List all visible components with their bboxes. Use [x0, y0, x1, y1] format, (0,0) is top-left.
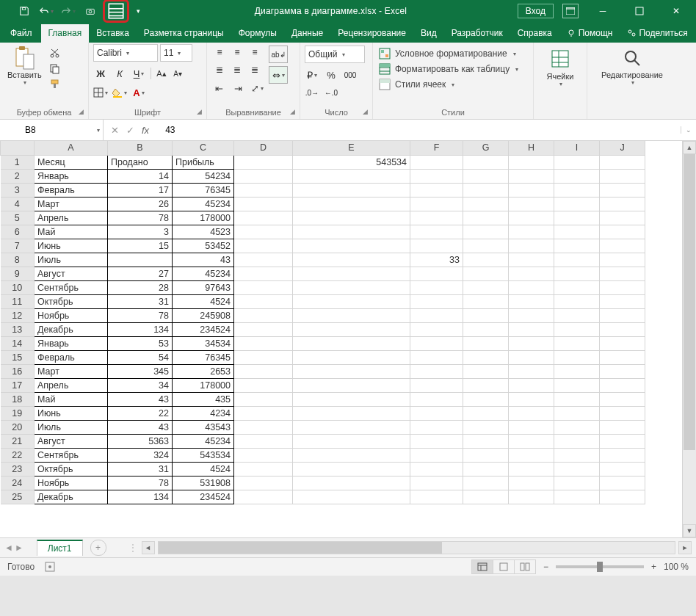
normal-view-icon[interactable]	[472, 560, 493, 573]
align-bottom-icon[interactable]: ≡	[247, 44, 263, 60]
zoom-out-button[interactable]: −	[543, 562, 548, 572]
cell-H13[interactable]	[509, 322, 554, 336]
decrease-decimal-icon[interactable]: ←.0	[324, 85, 338, 100]
cell-B15[interactable]: 54	[108, 350, 173, 364]
qat-customize-icon[interactable]: ▾	[132, 2, 144, 20]
redo-icon[interactable]: ▾	[59, 2, 78, 20]
editing-button[interactable]: Редактирование▾	[592, 44, 673, 106]
cell-E3[interactable]	[293, 183, 410, 197]
cell-G21[interactable]	[463, 434, 509, 448]
row-header-18[interactable]: 18	[1, 392, 35, 406]
cell-I20[interactable]	[554, 420, 600, 434]
row-header-24[interactable]: 24	[1, 476, 35, 490]
cell-B25[interactable]: 134	[108, 490, 173, 504]
align-middle-icon[interactable]: ≡	[229, 44, 245, 60]
cell-D15[interactable]	[234, 350, 293, 364]
cell-A24[interactable]: Ноябрь	[35, 476, 108, 490]
cell-H17[interactable]	[509, 378, 554, 392]
cell-A6[interactable]: Май	[35, 225, 108, 239]
cell-A25[interactable]: Декабрь	[35, 490, 108, 504]
cell-G23[interactable]	[463, 462, 509, 476]
cell-E4[interactable]	[293, 197, 410, 211]
cell-G5[interactable]	[463, 211, 509, 225]
cell-I9[interactable]	[554, 267, 600, 280]
cell-C16[interactable]: 2653	[173, 364, 234, 378]
cell-E13[interactable]	[293, 322, 410, 336]
cell-B5[interactable]: 78	[108, 211, 173, 225]
cell-I23[interactable]	[554, 462, 600, 476]
cell-A9[interactable]: Август	[35, 267, 108, 280]
cell-E6[interactable]	[293, 225, 410, 239]
cell-E25[interactable]	[293, 490, 410, 504]
borders-icon[interactable]: ▾	[93, 85, 108, 100]
cell-E23[interactable]	[293, 462, 410, 476]
wrap-text-icon[interactable]: ab↲	[269, 46, 288, 63]
cell-G16[interactable]	[463, 364, 509, 378]
cell-H5[interactable]	[509, 211, 554, 225]
font-color-icon[interactable]: А▾	[131, 85, 146, 100]
cell-E19[interactable]	[293, 406, 410, 420]
row-header-22[interactable]: 22	[1, 448, 35, 462]
cell-G17[interactable]	[463, 378, 509, 392]
cell-C11[interactable]: 4524	[173, 294, 234, 308]
cell-I14[interactable]	[554, 336, 600, 350]
zoom-level[interactable]: 100 %	[664, 562, 689, 572]
increase-indent-icon[interactable]: ⇥	[231, 81, 245, 95]
expand-formula-bar-icon[interactable]: ⌄	[681, 126, 696, 134]
cell-D9[interactable]	[234, 267, 293, 280]
cell-C9[interactable]: 45234	[173, 267, 234, 280]
cell-F24[interactable]	[410, 476, 463, 490]
close-button[interactable]: ✕	[659, 0, 693, 22]
align-center-icon[interactable]: ≣	[229, 62, 245, 78]
cell-A1[interactable]: Месяц	[35, 155, 108, 169]
cell-B21[interactable]: 5363	[108, 434, 173, 448]
font-size-combo[interactable]: 11▾	[160, 44, 192, 62]
clipboard-dialog-launcher-icon[interactable]: ◢	[76, 107, 85, 116]
cell-A8[interactable]: Июль	[35, 253, 108, 267]
zoom-slider[interactable]	[556, 565, 644, 568]
percent-format-icon[interactable]: %	[324, 68, 338, 82]
cell-H2[interactable]	[509, 169, 554, 183]
cell-D22[interactable]	[234, 448, 293, 462]
comma-format-icon[interactable]: 000	[343, 68, 358, 82]
cell-F14[interactable]	[410, 336, 463, 350]
scroll-down-icon[interactable]: ▼	[683, 524, 696, 537]
name-box[interactable]: ▾	[19, 120, 104, 140]
tab-formulas[interactable]: Формулы	[231, 24, 284, 43]
cell-F6[interactable]	[410, 225, 463, 239]
cell-F9[interactable]	[410, 267, 463, 280]
cell-C21[interactable]: 45234	[173, 434, 234, 448]
cell-J16[interactable]	[600, 364, 645, 378]
cell-G20[interactable]	[463, 420, 509, 434]
row-header-5[interactable]: 5	[1, 211, 35, 225]
cell-G6[interactable]	[463, 225, 509, 239]
cell-F18[interactable]	[410, 392, 463, 406]
cell-C1[interactable]: Прибыль	[173, 155, 234, 169]
italic-icon[interactable]: К	[112, 66, 127, 81]
cell-J2[interactable]	[600, 169, 645, 183]
cell-G14[interactable]	[463, 336, 509, 350]
confirm-formula-icon[interactable]: ✓	[126, 125, 134, 136]
increase-font-icon[interactable]: A▴	[156, 68, 167, 79]
row-header-14[interactable]: 14	[1, 336, 35, 350]
cell-C18[interactable]: 435	[173, 392, 234, 406]
row-header-9[interactable]: 9	[1, 267, 35, 280]
cell-A11[interactable]: Октябрь	[35, 294, 108, 308]
cell-C25[interactable]: 234524	[173, 490, 234, 504]
cell-G4[interactable]	[463, 197, 509, 211]
cell-H3[interactable]	[509, 183, 554, 197]
cell-B16[interactable]: 345	[108, 364, 173, 378]
number-format-combo[interactable]: Общий▾	[305, 46, 365, 63]
cell-C24[interactable]: 531908	[173, 476, 234, 490]
col-header-J[interactable]: J	[600, 141, 645, 155]
camera-icon[interactable]	[81, 2, 100, 20]
row-header-2[interactable]: 2	[1, 169, 35, 183]
cell-C13[interactable]: 234524	[173, 322, 234, 336]
cell-F11[interactable]	[410, 294, 463, 308]
cell-D24[interactable]	[234, 476, 293, 490]
cell-H20[interactable]	[509, 420, 554, 434]
cell-E21[interactable]	[293, 434, 410, 448]
row-header-4[interactable]: 4	[1, 197, 35, 211]
cell-J20[interactable]	[600, 420, 645, 434]
cell-B3[interactable]: 17	[108, 183, 173, 197]
